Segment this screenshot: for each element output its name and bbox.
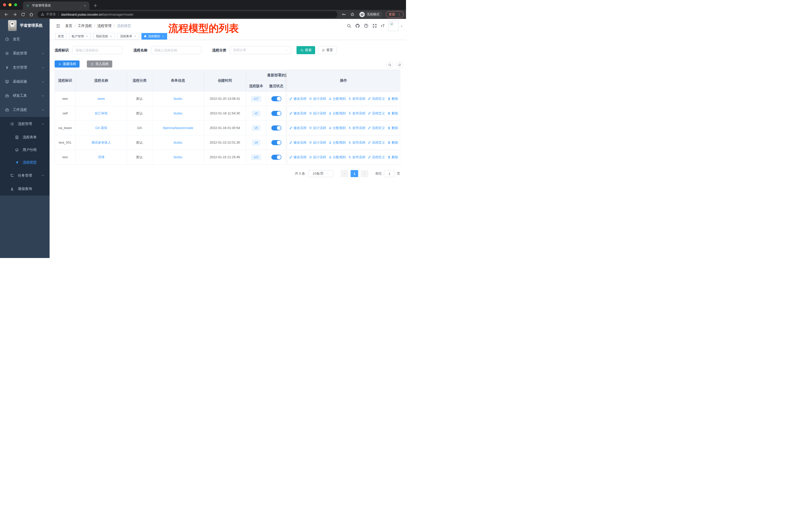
goto-page-input[interactable] xyxy=(384,170,395,177)
action-publish-link[interactable]: 发布流程 xyxy=(348,140,366,145)
action-design-link[interactable]: 设计流程 xyxy=(309,97,326,101)
import-process-button[interactable]: 导入流程 xyxy=(87,60,112,67)
model-name-link[interactable]: OA 请假 xyxy=(95,126,107,130)
form-info-link[interactable]: biubiu xyxy=(174,141,182,144)
action-design-link[interactable]: 设计流程 xyxy=(309,155,326,160)
home-icon[interactable] xyxy=(29,12,34,17)
github-icon[interactable] xyxy=(355,23,360,28)
action-delete-link[interactable]: 删除 xyxy=(387,140,398,145)
page-number-button[interactable]: 1 xyxy=(351,170,358,177)
chrome-update-button[interactable]: 更新 ⋮ xyxy=(386,11,404,18)
sidebar-item-system[interactable]: 系统管理 xyxy=(0,46,50,60)
active-toggle[interactable] xyxy=(271,96,282,101)
form-info-link[interactable]: biubiu xyxy=(174,111,182,115)
action-edit-link[interactable]: 修改流程 xyxy=(289,140,307,145)
sidebar-item-process-model[interactable]: 流程模型 xyxy=(0,156,50,169)
font-size-icon[interactable] xyxy=(380,23,385,28)
tab-process-form[interactable]: 流程表单 xyxy=(117,33,139,39)
sidebar-item-home[interactable]: 首页 xyxy=(0,32,50,46)
search-button[interactable]: 搜索 xyxy=(296,46,315,54)
close-icon[interactable] xyxy=(110,35,112,37)
breadcrumb-workflow[interactable]: 工作流程 xyxy=(78,24,92,28)
action-definition-link[interactable]: 流程定义 xyxy=(368,140,385,145)
action-delete-link[interactable]: 删除 xyxy=(387,111,398,116)
caret-down-icon[interactable] xyxy=(400,25,403,28)
help-icon[interactable] xyxy=(364,23,369,28)
address-bar[interactable]: 不安全 dashboard.yudao.iocoder.cn/bpm/manag… xyxy=(37,11,338,18)
tab-my-process[interactable]: 我的流程 xyxy=(93,33,115,39)
create-process-button[interactable]: 新建流程 xyxy=(55,60,80,67)
tab-home[interactable]: 首页 xyxy=(55,33,67,39)
action-edit-link[interactable]: 修改流程 xyxy=(289,126,307,130)
forward-icon[interactable] xyxy=(12,12,17,17)
filter-category-select[interactable]: 流程分类 xyxy=(230,46,291,54)
fullscreen-icon[interactable] xyxy=(372,23,377,28)
sidebar-item-process-form[interactable]: 流程表单 xyxy=(0,131,50,144)
sidebar-item-infra[interactable]: 基础设施 xyxy=(0,75,50,89)
action-edit-link[interactable]: 修改流程 xyxy=(289,111,307,116)
breadcrumb-home[interactable]: 首页 xyxy=(65,24,72,28)
zoom-window-button[interactable] xyxy=(14,3,17,6)
close-tab-icon[interactable] xyxy=(84,4,86,7)
action-publish-link[interactable]: 发布流程 xyxy=(348,155,366,160)
next-page-button[interactable] xyxy=(361,170,368,177)
sidebar-item-user-group[interactable]: 用户分组 xyxy=(0,144,50,156)
action-publish-link[interactable]: 发布流程 xyxy=(348,111,366,116)
action-delete-link[interactable]: 删除 xyxy=(387,126,398,130)
model-name-link[interactable]: 测试多审批人 xyxy=(91,140,111,145)
active-toggle[interactable] xyxy=(271,111,282,116)
show-search-button[interactable] xyxy=(386,61,393,68)
action-design-link[interactable]: 设计流程 xyxy=(309,126,326,130)
action-definition-link[interactable]: 流程定义 xyxy=(368,97,385,101)
model-name-link[interactable]: 滔博 xyxy=(98,155,105,160)
page-size-select[interactable]: 10条/页 xyxy=(308,170,334,177)
bookmark-star-icon[interactable] xyxy=(350,12,355,17)
active-toggle[interactable] xyxy=(271,140,282,145)
active-toggle[interactable] xyxy=(271,126,282,131)
sidebar-item-leave-query[interactable]: 请假查询 xyxy=(0,182,50,195)
model-name-link[interactable]: eeee xyxy=(98,97,105,101)
breadcrumb-process-mgmt[interactable]: 流程管理 xyxy=(97,24,112,28)
form-info-link[interactable]: biubiu xyxy=(174,97,182,101)
close-icon[interactable] xyxy=(162,35,164,37)
action-design-link[interactable]: 设计流程 xyxy=(309,140,326,145)
close-icon[interactable] xyxy=(86,35,88,37)
reload-icon[interactable] xyxy=(21,12,25,17)
form-info-link[interactable]: /bpm/oa/leave/create xyxy=(163,126,193,130)
model-name-link[interactable]: 自己审批 xyxy=(95,111,108,116)
action-assign-rule-link[interactable]: 分配规则 xyxy=(328,97,346,101)
sidebar-item-devtools[interactable]: 研发工具 xyxy=(0,89,50,103)
action-publish-link[interactable]: 发布流程 xyxy=(348,126,366,130)
close-icon[interactable] xyxy=(134,35,137,37)
action-edit-link[interactable]: 修改流程 xyxy=(289,155,307,160)
action-definition-link[interactable]: 流程定义 xyxy=(368,111,385,116)
reset-button[interactable]: 重置 xyxy=(318,46,337,54)
new-tab-button[interactable] xyxy=(93,3,98,8)
browser-tab[interactable]: 芋道管理系统 xyxy=(23,1,89,10)
action-delete-link[interactable]: 删除 xyxy=(387,97,398,101)
action-assign-rule-link[interactable]: 分配规则 xyxy=(328,155,346,160)
user-avatar[interactable] xyxy=(388,21,399,31)
sidebar-item-payment[interactable]: 支付管理 xyxy=(0,60,50,75)
filter-name-input[interactable] xyxy=(151,46,201,54)
action-definition-link[interactable]: 流程定义 xyxy=(368,126,385,130)
action-assign-rule-link[interactable]: 分配规则 xyxy=(328,126,346,130)
window-controls[interactable] xyxy=(3,3,17,6)
refresh-table-button[interactable] xyxy=(396,61,403,68)
action-design-link[interactable]: 设计流程 xyxy=(309,111,326,116)
collapse-sidebar-icon[interactable] xyxy=(56,24,60,28)
back-icon[interactable] xyxy=(4,12,9,17)
filter-key-input[interactable] xyxy=(72,46,123,54)
action-definition-link[interactable]: 流程定义 xyxy=(368,155,385,160)
prev-page-button[interactable] xyxy=(341,170,348,177)
password-key-icon[interactable] xyxy=(342,12,346,17)
tab-tenant[interactable]: 租户管理 xyxy=(69,33,91,39)
active-toggle[interactable] xyxy=(271,155,282,160)
sidebar-item-task-mgmt[interactable]: 任务管理 xyxy=(0,169,50,182)
action-edit-link[interactable]: 修改流程 xyxy=(289,97,307,101)
tab-process-model[interactable]: 流程模型 xyxy=(141,33,167,39)
form-info-link[interactable]: biubiu xyxy=(174,155,182,159)
action-publish-link[interactable]: 发布流程 xyxy=(348,97,366,101)
minimize-window-button[interactable] xyxy=(8,3,11,6)
sidebar-logo[interactable]: 芋道管理系统 xyxy=(0,19,50,32)
